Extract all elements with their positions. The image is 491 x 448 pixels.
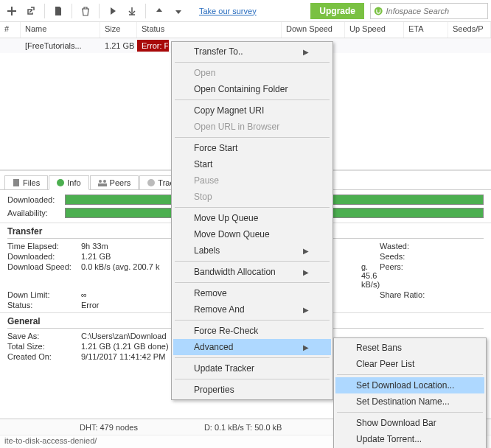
- svg-rect-1: [13, 179, 19, 186]
- saveas-l: Save As:: [7, 332, 81, 340]
- downloaded-label: Downloaded:: [7, 195, 60, 204]
- menu-properties[interactable]: Properties: [173, 382, 331, 398]
- wasted-label: Wasted:: [380, 242, 453, 251]
- torrent-name: [FreeTutorials...: [21, 40, 100, 52]
- trackers-icon: [147, 179, 155, 186]
- info-icon: [57, 179, 64, 186]
- status-l: Status:: [7, 301, 81, 309]
- menu-copy-magnet[interactable]: Copy Magnet URI: [173, 102, 331, 119]
- create-torrent-button[interactable]: [49, 2, 67, 20]
- utorrent-icon: [374, 6, 383, 16]
- menu-advanced[interactable]: Advanced▶: [173, 339, 331, 355]
- svg-point-0: [375, 7, 383, 15]
- search-box[interactable]: [370, 3, 488, 19]
- dlspeed-l: Download Speed:: [7, 262, 81, 289]
- upgrade-button[interactable]: Upgrade: [310, 3, 364, 19]
- menu-move-down[interactable]: Move Down Queue: [173, 226, 331, 242]
- menu-stop: Stop: [173, 189, 331, 205]
- menu-open: Open: [173, 65, 331, 81]
- share-label: Share Ratio:: [380, 290, 453, 299]
- submenu-reset-bans[interactable]: Reset Bans: [335, 340, 484, 356]
- col-size[interactable]: Size: [100, 22, 137, 38]
- menu-force-start[interactable]: Force Start: [173, 140, 331, 156]
- torrent-columns: # Name Size Status Down Speed Up Speed E…: [0, 22, 491, 38]
- menu-move-up[interactable]: Move Up Queue: [173, 210, 331, 226]
- menu-start[interactable]: Start: [173, 156, 331, 172]
- submenu-set-destination[interactable]: Set Destination Name...: [335, 393, 484, 410]
- total-l: Total Size:: [7, 342, 81, 351]
- menu-remove-and[interactable]: Remove And▶: [173, 301, 331, 318]
- submenu-set-download-location[interactable]: Set Download Location...: [335, 377, 484, 393]
- footer-left: ite-to-disk-access-denied/: [4, 436, 97, 447]
- add-url-button[interactable]: [22, 2, 40, 20]
- menu-labels[interactable]: Labels▶: [173, 242, 331, 259]
- tab-info[interactable]: Info: [49, 175, 88, 190]
- menu-open-url: Open URL in Browser: [173, 119, 331, 135]
- availability-label: Availability:: [7, 209, 60, 217]
- menu-update-tracker[interactable]: Update Tracker: [173, 360, 331, 377]
- start-button[interactable]: [104, 2, 122, 20]
- submenu-update-torrent[interactable]: Update Torrent...: [335, 431, 484, 447]
- torrent-size: 1.21 GB: [100, 40, 137, 52]
- seeds-label: Seeds:: [380, 252, 453, 261]
- submenu-show-download-bar[interactable]: Show Download Bar: [335, 415, 484, 431]
- remove-button[interactable]: [77, 2, 94, 20]
- menu-force-recheck[interactable]: Force Re-Check: [173, 323, 331, 339]
- stop-button[interactable]: [123, 2, 141, 20]
- downlimit-l: Down Limit:: [7, 290, 81, 299]
- main-toolbar: Take our survey Upgrade: [0, 0, 491, 22]
- tab-files[interactable]: Files: [4, 175, 48, 189]
- tab-peers[interactable]: Peers: [90, 175, 139, 189]
- peers-label: Peers:: [380, 262, 453, 289]
- menu-bandwidth[interactable]: Bandwidth Allocation▶: [173, 264, 331, 280]
- col-eta[interactable]: ETA: [404, 22, 448, 38]
- add-torrent-button[interactable]: [3, 2, 21, 20]
- time-elapsed-label: Time Elapsed:: [7, 242, 81, 251]
- search-input[interactable]: [386, 7, 484, 15]
- svg-rect-4: [98, 183, 107, 186]
- menu-transfer-to[interactable]: Transfer To..▶: [173, 43, 331, 60]
- menu-remove[interactable]: Remove: [173, 285, 331, 301]
- svg-point-2: [99, 180, 102, 183]
- col-up[interactable]: Up Speed: [345, 22, 404, 38]
- move-up-button[interactable]: [150, 2, 168, 20]
- files-icon: [13, 179, 20, 186]
- col-down[interactable]: Down Speed: [282, 22, 345, 38]
- torrent-status-error: Error: F: [137, 40, 169, 52]
- menu-pause: Pause: [173, 172, 331, 189]
- advanced-submenu: Reset Bans Clear Peer List Set Download …: [333, 337, 487, 448]
- move-down-button[interactable]: [170, 2, 187, 20]
- col-name[interactable]: Name: [21, 22, 100, 38]
- submenu-clear-peer[interactable]: Clear Peer List: [335, 356, 484, 372]
- col-seeds[interactable]: Seeds/P: [448, 22, 491, 38]
- menu-open-folder[interactable]: Open Containing Folder: [173, 81, 331, 97]
- downloaded-l: Downloaded:: [7, 252, 81, 261]
- svg-point-3: [103, 180, 106, 183]
- peers-icon: [98, 179, 107, 186]
- col-num[interactable]: #: [0, 22, 21, 38]
- torrent-context-menu: Transfer To..▶ Open Open Containing Fold…: [171, 41, 333, 400]
- col-status[interactable]: Status: [137, 22, 282, 38]
- dht-status: DHT: 479 nodes: [80, 423, 138, 432]
- created-l: Created On:: [7, 352, 81, 361]
- survey-link[interactable]: Take our survey: [199, 7, 257, 15]
- net-status: D: 0.1 kB/s T: 50.0 kB: [204, 423, 282, 432]
